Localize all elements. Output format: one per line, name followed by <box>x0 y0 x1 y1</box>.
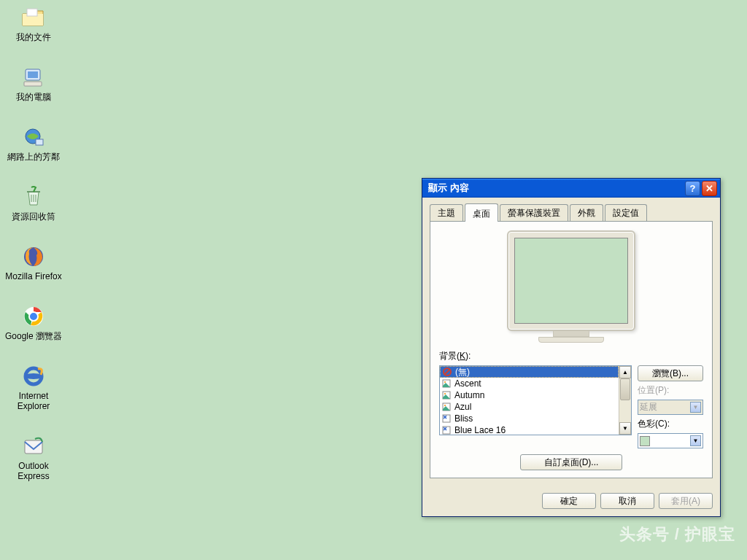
tab-panel-desktop: 背景(K): (無) Ascent Autumn Azul Bliss Blue… <box>430 221 713 478</box>
bg-item[interactable]: Autumn <box>440 389 619 401</box>
tab-appearance[interactable]: 外觀 <box>570 204 603 221</box>
none-icon <box>442 367 452 377</box>
apply-button: 套用(A) <box>659 493 713 509</box>
svg-point-16 <box>444 393 446 394</box>
outlook-icon <box>20 433 47 459</box>
icon-label: Google 瀏覽器 <box>5 331 62 341</box>
chevron-down-icon[interactable]: ▼ <box>690 435 701 446</box>
position-label: 位置(P): <box>638 384 703 397</box>
svg-point-14 <box>444 381 446 383</box>
svg-rect-0 <box>27 9 37 16</box>
bg-item[interactable]: Azul <box>440 401 619 413</box>
icon-label: Internet Explorer <box>18 391 50 411</box>
desktop-icon-ie[interactable]: Internet Explorer <box>4 363 63 411</box>
scroll-thumb[interactable] <box>620 378 630 400</box>
cancel-button[interactable]: 取消 <box>600 493 654 509</box>
dialog-body: 主題 桌面 螢幕保護裝置 外觀 設定值 背景(K): (無) Ascent Au… <box>422 198 720 486</box>
desktop-icon-my-computer[interactable]: 我的電腦 <box>4 64 63 102</box>
watermark-text: 头条号 / 护眼宝 <box>619 524 735 545</box>
dialog-title: 顯示 內容 <box>428 182 684 195</box>
color-label: 色彩(C): <box>638 418 703 430</box>
preview-area <box>439 230 703 343</box>
color-combo[interactable]: ▼ <box>638 433 703 448</box>
tab-settings[interactable]: 設定值 <box>605 204 647 221</box>
icon-label: 網路上的芳鄰 <box>7 152 60 162</box>
bmp-icon <box>441 425 452 435</box>
desktop-icon-firefox[interactable]: Mozilla Firefox <box>4 244 63 281</box>
list-scrollbar[interactable]: ▲ ▼ <box>619 366 631 435</box>
svg-point-18 <box>444 405 446 406</box>
bg-item[interactable]: Ascent <box>440 378 619 389</box>
display-properties-dialog: 顯示 內容 ? ✕ 主題 桌面 螢幕保護裝置 外觀 設定值 背景(K): (無) <box>422 178 721 517</box>
image-icon <box>441 402 452 412</box>
monitor-preview <box>507 230 635 343</box>
network-icon <box>20 124 47 150</box>
position-combo: 延展▼ <box>638 400 703 415</box>
help-button[interactable]: ? <box>685 181 700 196</box>
folder-icon <box>20 4 47 31</box>
recycle-icon <box>20 184 47 210</box>
ie-icon <box>20 363 47 389</box>
titlebar[interactable]: 顯示 內容 ? ✕ <box>422 179 720 198</box>
scroll-up-button[interactable]: ▲ <box>619 366 631 378</box>
desktop-icon-my-documents[interactable]: 我的文件 <box>4 4 63 42</box>
icon-label: 我的電腦 <box>16 92 51 102</box>
bg-item[interactable]: Blue Lace 16 <box>440 424 619 435</box>
bg-item-none[interactable]: (無) <box>440 366 619 378</box>
svg-point-8 <box>29 312 38 321</box>
desktop-icon-recycle-bin[interactable]: 資源回收筒 <box>4 184 63 222</box>
bmp-icon <box>441 413 452 424</box>
desktop-icon-outlook[interactable]: Outlook Express <box>4 433 63 481</box>
image-icon <box>441 390 452 400</box>
desktop-icons: 我的文件 我的電腦 網路上的芳鄰 資源回收筒 Mozilla Firefox G… <box>4 4 63 481</box>
customize-desktop-button[interactable]: 自訂桌面(D)... <box>520 454 622 470</box>
svg-rect-2 <box>28 71 38 78</box>
computer-icon <box>20 64 47 90</box>
chevron-down-icon: ▼ <box>690 402 701 413</box>
firefox-icon <box>20 244 47 270</box>
svg-rect-3 <box>24 82 42 86</box>
tab-theme[interactable]: 主題 <box>430 204 463 221</box>
color-swatch <box>640 436 650 446</box>
image-icon <box>441 378 452 389</box>
dialog-buttons: 確定 取消 套用(A) <box>422 486 720 516</box>
icon-label: 我的文件 <box>16 32 51 42</box>
browse-button[interactable]: 瀏覽(B)... <box>638 365 703 381</box>
icon-label: Outlook Express <box>18 461 49 481</box>
tab-screensaver[interactable]: 螢幕保護裝置 <box>500 204 568 221</box>
icon-label: Mozilla Firefox <box>5 271 61 281</box>
close-button[interactable]: ✕ <box>702 181 717 196</box>
icon-label: 資源回收筒 <box>12 211 55 222</box>
desktop-icon-chrome[interactable]: Google 瀏覽器 <box>4 303 63 341</box>
desktop-icon-network[interactable]: 網路上的芳鄰 <box>4 124 63 162</box>
svg-rect-10 <box>25 440 42 454</box>
scroll-down-button[interactable]: ▼ <box>619 422 631 435</box>
svg-rect-5 <box>36 139 43 145</box>
background-label: 背景(K): <box>439 350 703 362</box>
tab-strip: 主題 桌面 螢幕保護裝置 外觀 設定值 <box>430 203 713 221</box>
bg-item[interactable]: Bliss <box>440 413 619 424</box>
ok-button[interactable]: 確定 <box>542 493 596 509</box>
background-listbox[interactable]: (無) Ascent Autumn Azul Bliss Blue Lace 1… <box>439 365 632 435</box>
preview-screen <box>514 238 628 324</box>
tab-desktop[interactable]: 桌面 <box>465 203 498 222</box>
svg-line-12 <box>444 369 450 375</box>
chrome-icon <box>20 303 47 330</box>
